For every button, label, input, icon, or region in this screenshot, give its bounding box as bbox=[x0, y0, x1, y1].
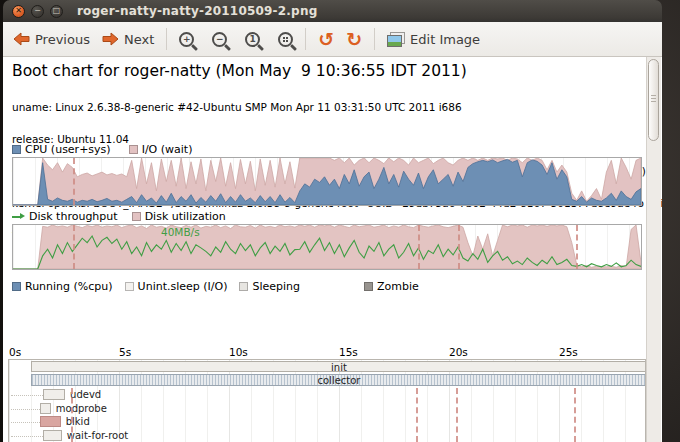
meta-uname: uname: Linux 2.6.38-8-generic #42-Ubuntu… bbox=[12, 102, 662, 113]
red-dashed-marker bbox=[576, 225, 578, 269]
sleeping-label: Sleeping bbox=[252, 280, 300, 293]
sleeping-swatch bbox=[239, 282, 248, 291]
next-label: Next bbox=[124, 32, 154, 47]
cpu-legend-swatch bbox=[12, 145, 21, 154]
process-gantt: initcollectorudevdmodprobeblkidwait-for-… bbox=[8, 359, 646, 442]
time-tick-label: 20s bbox=[449, 346, 468, 358]
time-tick-label: 25s bbox=[559, 346, 578, 358]
bootchart-title: Boot chart for roger-natty (Mon May 9 10… bbox=[12, 62, 467, 80]
vertical-scrollbar[interactable] bbox=[646, 57, 661, 442]
cpu-io-chart bbox=[12, 157, 642, 206]
time-axis: 0s5s10s15s20s25s bbox=[8, 346, 644, 359]
previous-button[interactable]: Previous bbox=[7, 28, 96, 51]
disk-chart: 40MB/s bbox=[12, 224, 642, 270]
red-dashed-marker bbox=[574, 388, 576, 442]
bootchart-image: Boot chart for roger-natty (Mon May 9 10… bbox=[3, 57, 647, 442]
time-tick-label: 10s bbox=[229, 346, 248, 358]
disk-legend: Disk throughput Disk utilization bbox=[12, 210, 226, 223]
rotate-right-icon: ↻ bbox=[346, 31, 362, 47]
process-bar-modprobe bbox=[40, 403, 51, 414]
zoom-fit-icon bbox=[278, 32, 293, 47]
zoom-fit-button[interactable] bbox=[272, 28, 299, 51]
red-dashed-marker bbox=[456, 388, 458, 442]
close-button[interactable]: ✕ bbox=[12, 5, 25, 18]
throughput-scale-label: 40MB/s bbox=[161, 226, 200, 238]
zoom-out-icon: − bbox=[212, 32, 227, 47]
leader-line bbox=[11, 395, 43, 396]
zoom-in-button[interactable]: + bbox=[173, 28, 200, 51]
toolbar-separator bbox=[305, 28, 306, 50]
throughput-legend-icon bbox=[12, 213, 25, 220]
leader-line bbox=[11, 409, 40, 410]
io-legend-label: I/O (wait) bbox=[142, 143, 193, 156]
titlebar: ✕ − □ roger-natty-natty-20110509-2.png bbox=[3, 0, 662, 23]
red-dashed-marker bbox=[418, 225, 420, 269]
maximize-button[interactable]: □ bbox=[50, 5, 63, 18]
scrollbar-thumb[interactable] bbox=[648, 59, 659, 141]
red-dashed-marker bbox=[71, 388, 73, 442]
previous-arrow-icon bbox=[13, 32, 30, 46]
running-swatch bbox=[12, 282, 21, 291]
rotate-left-button[interactable]: ↺ bbox=[312, 27, 340, 51]
zoom-out-button[interactable]: − bbox=[206, 28, 233, 51]
minimize-button[interactable]: − bbox=[31, 5, 44, 18]
disk-chart-svg bbox=[13, 225, 641, 269]
cpu-io-chart-svg bbox=[13, 158, 641, 205]
process-label: blkid bbox=[66, 416, 90, 427]
process-legend: Running (%cpu) Unint.sleep (I/O) Sleepin… bbox=[12, 280, 419, 293]
zombie-label: Zombie bbox=[377, 280, 419, 293]
utilization-legend-swatch bbox=[132, 212, 141, 221]
process-bar-udevd bbox=[43, 389, 65, 400]
cpu-legend-label: CPU (user+sys) bbox=[25, 143, 111, 156]
edit-image-icon bbox=[387, 32, 405, 46]
process-label: wait-for-root bbox=[67, 430, 128, 441]
toolbar: Previous Next + − 1 ↺ ↻ Ed bbox=[3, 22, 662, 57]
edit-image-button[interactable]: Edit Image bbox=[381, 28, 486, 51]
toolbar-separator bbox=[374, 28, 375, 50]
utilization-legend-label: Disk utilization bbox=[145, 210, 226, 223]
image-view: Boot chart for roger-natty (Mon May 9 10… bbox=[3, 57, 662, 442]
process-label: udevd bbox=[70, 389, 101, 400]
time-tick-label: 5s bbox=[119, 346, 131, 358]
throughput-legend-label: Disk throughput bbox=[29, 210, 118, 223]
cpu-legend: CPU (user+sys) I/O (wait) bbox=[12, 143, 192, 156]
next-button[interactable]: Next bbox=[96, 28, 160, 51]
process-bar-collector: collector bbox=[31, 374, 646, 386]
rotate-left-icon: ↺ bbox=[318, 31, 334, 47]
zoom-normal-icon: 1 bbox=[245, 32, 260, 47]
process-bar-init: init bbox=[31, 361, 646, 372]
time-tick-label: 0s bbox=[9, 346, 21, 358]
process-label: init bbox=[32, 362, 646, 373]
process-label: modprobe bbox=[56, 403, 107, 414]
time-tick-label: 15s bbox=[339, 346, 358, 358]
unint-sleep-swatch bbox=[125, 282, 134, 291]
image-viewer-window: ✕ − □ roger-natty-natty-20110509-2.png P… bbox=[3, 0, 662, 442]
io-legend-swatch bbox=[129, 145, 138, 154]
process-bar-wait-for-root bbox=[43, 430, 62, 441]
zoom-in-icon: + bbox=[179, 32, 194, 47]
zoom-normal-button[interactable]: 1 bbox=[239, 28, 266, 51]
red-dashed-marker bbox=[416, 388, 418, 442]
zombie-swatch bbox=[364, 282, 373, 291]
process-label: collector bbox=[32, 375, 646, 386]
next-arrow-icon bbox=[102, 32, 119, 46]
running-label: Running (%cpu) bbox=[25, 280, 113, 293]
rotate-right-button[interactable]: ↻ bbox=[340, 27, 368, 51]
red-dashed-marker bbox=[73, 225, 75, 269]
process-bar-blkid bbox=[40, 416, 61, 427]
edit-image-label: Edit Image bbox=[410, 32, 480, 47]
red-dashed-marker bbox=[73, 158, 75, 205]
previous-label: Previous bbox=[35, 32, 90, 47]
unint-sleep-label: Unint.sleep (I/O) bbox=[138, 280, 228, 293]
window-title: roger-natty-natty-20110509-2.png bbox=[77, 4, 317, 18]
red-dashed-marker bbox=[458, 225, 460, 269]
toolbar-separator bbox=[166, 28, 167, 50]
leader-line bbox=[11, 436, 43, 437]
leader-line bbox=[11, 422, 40, 423]
